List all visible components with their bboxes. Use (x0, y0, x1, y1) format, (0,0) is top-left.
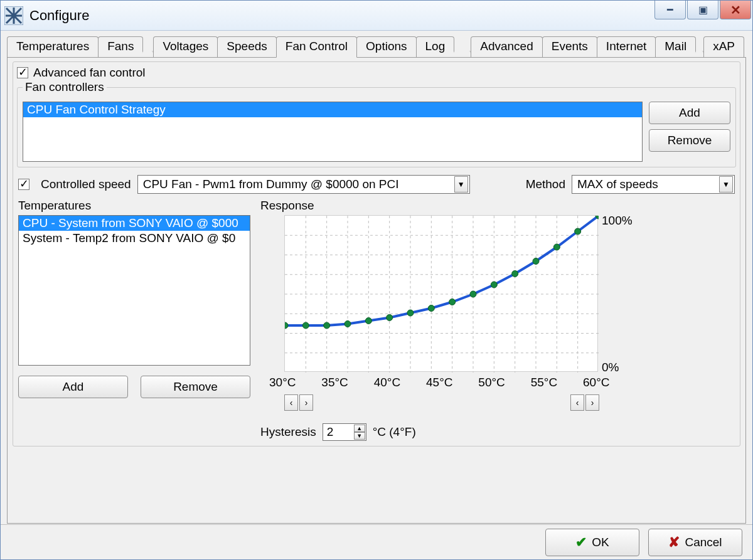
fan-controller-remove-button[interactable]: Remove (649, 129, 730, 152)
x-tick-label: 35°C (321, 376, 348, 389)
x-tick-label: 55°C (531, 376, 557, 389)
window-buttons: ━ ▣ ✕ (653, 1, 752, 19)
temperatures-legend: Temperatures (18, 199, 250, 213)
temperatures-list[interactable]: CPU - System from SONY VAIO @ $000 Syste… (18, 215, 250, 366)
ok-button[interactable]: ✔ OK (545, 529, 639, 556)
svg-point-27 (365, 318, 371, 324)
svg-point-31 (449, 299, 456, 305)
tab-events[interactable]: Events (542, 36, 597, 57)
cross-icon: ✘ (668, 534, 680, 551)
close-button[interactable]: ✕ (720, 1, 751, 19)
footer: ✔ OK ✘ Cancel (1, 524, 752, 559)
controlled-speed-row: Controlled speed CPU Fan - Pwm1 from Dum… (18, 175, 735, 194)
method-value: MAX of speeds (577, 177, 658, 191)
tab-temperatures[interactable]: Temperatures (7, 36, 99, 57)
tab-voltages[interactable]: Voltages (153, 36, 218, 57)
y-axis-top-label: 100% (602, 214, 633, 228)
hysteresis-label: Hysteresis (260, 425, 316, 439)
svg-point-23 (285, 322, 288, 329)
response-chart-wrap: 100% 0% 30°C35°C40°C45°C50°C55°C60°C ‹ ›… (260, 215, 735, 403)
tab-internet[interactable]: Internet (597, 36, 656, 57)
svg-point-35 (533, 258, 539, 265)
titlebar: Configure ━ ▣ ✕ (1, 1, 752, 31)
fan-controllers-buttons: Add Remove (649, 102, 730, 162)
method-select[interactable]: MAX of speeds ▼ (572, 175, 735, 194)
temperature-item[interactable]: System - Temp2 from SONY VAIO @ $0 (19, 231, 250, 246)
window-title: Configure (29, 8, 89, 24)
hysteresis-input[interactable]: 2 ▲ ▼ (323, 423, 366, 441)
svg-point-26 (344, 321, 351, 327)
response-chart[interactable] (284, 215, 598, 372)
configure-window: Configure ━ ▣ ✕ Temperatures Fans Voltag… (0, 0, 753, 560)
temperature-remove-button[interactable]: Remove (141, 376, 250, 398)
hysteresis-down-button[interactable]: ▼ (354, 432, 365, 440)
svg-point-28 (387, 315, 393, 321)
hysteresis-row: Hysteresis 2 ▲ ▼ °C (4°F) (260, 423, 735, 441)
tab-options[interactable]: Options (356, 36, 416, 57)
y-axis-bottom-label: 0% (602, 361, 619, 374)
ok-label: OK (592, 536, 609, 549)
fan-controllers-list[interactable]: CPU Fan Control Strategy (23, 102, 643, 162)
svg-point-25 (324, 322, 330, 329)
maximize-button[interactable]: ▣ (687, 1, 718, 19)
response-column: Response 100% 0% 30°C35°C40°C45° (260, 199, 735, 441)
controlled-speed-checkbox[interactable] (18, 179, 29, 190)
svg-point-29 (407, 310, 414, 316)
tab-xap[interactable]: xAP (703, 36, 744, 57)
svg-point-33 (491, 282, 497, 288)
svg-point-32 (470, 291, 476, 297)
advanced-fan-control-label: Advanced fan control (33, 66, 146, 80)
app-icon (4, 6, 23, 25)
method-label: Method (526, 177, 565, 191)
x-tick-label: 60°C (583, 376, 609, 389)
tab-fans[interactable]: Fans (98, 36, 143, 57)
response-legend: Response (260, 199, 735, 213)
controlled-speed-value: CPU Fan - Pwm1 from Dummy @ $0000 on PCI (143, 177, 399, 191)
tab-speeds[interactable]: Speeds (217, 36, 276, 57)
chart-shift-right-min-button[interactable]: › (299, 394, 313, 411)
chart-shift-left-min-button[interactable]: ‹ (284, 394, 298, 411)
temperatures-buttons: Add Remove (18, 376, 250, 398)
controlled-speed-select[interactable]: CPU Fan - Pwm1 from Dummy @ $0000 on PCI… (137, 175, 470, 194)
temperature-add-button[interactable]: Add (18, 376, 128, 398)
x-tick-label: 30°C (269, 376, 296, 389)
fan-controllers-group: Fan controllers CPU Fan Control Strategy… (17, 87, 736, 167)
svg-point-36 (553, 244, 560, 250)
x-tick-label: 45°C (426, 376, 452, 389)
x-tick-label: 50°C (478, 376, 505, 389)
minimize-button[interactable]: ━ (654, 1, 686, 19)
chart-left-nav: ‹ › (284, 394, 313, 411)
advanced-fan-control-checkbox[interactable] (17, 67, 28, 78)
x-tick-label: 40°C (374, 376, 400, 389)
dropdown-icon: ▼ (719, 176, 733, 193)
temperature-item[interactable]: CPU - System from SONY VAIO @ $000 (19, 216, 250, 231)
svg-point-30 (428, 305, 434, 312)
hysteresis-up-button[interactable]: ▲ (354, 425, 365, 432)
cancel-button[interactable]: ✘ Cancel (648, 529, 742, 556)
close-icon: ✕ (730, 3, 741, 18)
hysteresis-spinner: ▲ ▼ (354, 425, 365, 440)
cancel-label: Cancel (685, 536, 722, 549)
svg-point-24 (302, 322, 309, 329)
svg-point-37 (575, 228, 581, 235)
fan-control-panel: Advanced fan control Fan controllers CPU… (7, 57, 746, 524)
advanced-fan-control-group: Advanced fan control Fan controllers CPU… (13, 61, 740, 446)
check-icon: ✔ (575, 534, 587, 551)
tab-mail[interactable]: Mail (655, 36, 696, 57)
lower-content: Temperatures CPU - System from SONY VAIO… (18, 199, 735, 441)
hysteresis-value: 2 (327, 425, 334, 439)
chart-shift-right-max-button[interactable]: › (585, 394, 599, 411)
tab-fan-control[interactable]: Fan Control (276, 36, 357, 58)
maximize-icon: ▣ (698, 4, 708, 16)
hysteresis-unit: °C (4°F) (373, 425, 416, 439)
minimize-icon: ━ (667, 4, 673, 16)
fan-controller-add-button[interactable]: Add (649, 102, 730, 124)
chart-shift-left-max-button[interactable]: ‹ (570, 394, 584, 411)
tab-log[interactable]: Log (416, 36, 455, 57)
svg-point-1 (12, 14, 16, 18)
dropdown-icon: ▼ (454, 176, 468, 193)
tab-advanced[interactable]: Advanced (471, 36, 543, 57)
fan-controller-item[interactable]: CPU Fan Control Strategy (23, 102, 642, 117)
chart-right-nav: ‹ › (570, 394, 599, 411)
temperatures-column: Temperatures CPU - System from SONY VAIO… (18, 199, 250, 441)
